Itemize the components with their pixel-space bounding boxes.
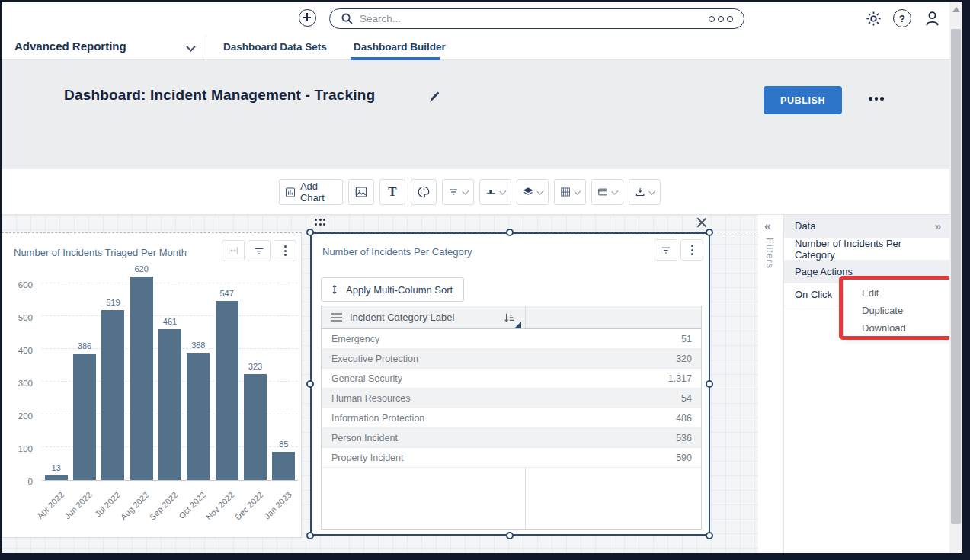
bar-value-label: 547 <box>213 289 241 298</box>
table-widget[interactable]: Number of Incidents Per Category Apply M… <box>310 232 710 536</box>
bar[interactable] <box>130 277 153 480</box>
table-row[interactable]: Person Incident536 <box>322 428 701 448</box>
download-menu-button[interactable] <box>629 179 661 205</box>
bar-value-label: 386 <box>70 341 98 350</box>
resize-width-button[interactable] <box>222 240 245 261</box>
text-icon: T <box>388 184 396 200</box>
layout-menu-button[interactable] <box>591 179 623 205</box>
help-icon[interactable]: ? <box>893 9 911 27</box>
chevron-down-icon <box>463 187 469 194</box>
table-filter-button[interactable] <box>655 239 677 261</box>
bar-chart-icon <box>285 186 296 199</box>
expand-panel-icon[interactable]: » <box>935 219 941 232</box>
resize-corner-triangle[interactable] <box>514 322 521 328</box>
collapse-panel-icon[interactable]: « <box>764 219 771 233</box>
filter-icon <box>660 244 672 256</box>
vertical-scrollbar[interactable] <box>949 2 962 553</box>
layers-icon <box>523 185 533 199</box>
bar[interactable] <box>187 353 210 480</box>
edit-title-pencil-icon[interactable] <box>428 91 441 104</box>
y-tick-label: 300 <box>18 379 33 388</box>
bar[interactable] <box>158 329 181 480</box>
scrollbar-thumb[interactable] <box>951 29 961 524</box>
table-row[interactable]: Information Protection486 <box>322 408 701 428</box>
category-cell: Human Resources <box>322 393 525 404</box>
kebab-icon <box>284 245 287 256</box>
selection-handle-top-right[interactable] <box>706 229 713 236</box>
widget-close-icon[interactable] <box>696 216 708 229</box>
active-tab-underline <box>351 57 440 60</box>
table-widget-title: Number of Incidents Per Category <box>322 246 472 258</box>
search-input[interactable]: Search... <box>329 8 744 29</box>
table-kebab-button[interactable] <box>680 239 703 261</box>
filters-tab[interactable]: Filters <box>764 238 775 269</box>
add-chart-button[interactable]: Add Chart <box>279 179 343 205</box>
column-menu-icon[interactable] <box>331 313 342 322</box>
scroll-up-arrow-icon[interactable] <box>952 7 960 12</box>
filter-menu-button[interactable] <box>442 179 474 205</box>
tab-dashboard-builder[interactable]: Dashboard Builder <box>354 41 446 53</box>
table-row[interactable]: Human Resources54 <box>322 389 701 408</box>
search-overflow-icon[interactable] <box>709 16 733 22</box>
category-cell: Person Incident <box>322 433 525 443</box>
chart-filter-button[interactable] <box>248 240 271 261</box>
selection-handle-bottom-mid[interactable] <box>506 532 514 539</box>
selection-handle-top-left[interactable] <box>306 229 314 236</box>
bar[interactable] <box>101 310 124 480</box>
settings-gear-icon[interactable] <box>864 9 882 27</box>
widget-drag-handle-icon[interactable] <box>315 219 325 226</box>
chevron-down-icon <box>575 187 581 194</box>
filter-icon <box>448 185 459 199</box>
insert-image-button[interactable] <box>348 179 374 205</box>
selection-handle-bottom-left[interactable] <box>306 532 314 539</box>
bar-value-label: 85 <box>270 440 298 449</box>
panel-row-data[interactable]: Data» <box>784 215 950 238</box>
table-row[interactable]: Property Incident590 <box>322 448 701 468</box>
table-row[interactable]: Emergency51 <box>322 329 701 349</box>
y-tick-label: 0 <box>28 477 33 486</box>
theme-palette-button[interactable] <box>411 179 437 205</box>
resize-horizontal-icon <box>227 245 239 257</box>
chart-widget[interactable]: Number of Incidents Triaged Per Month 01… <box>2 232 302 538</box>
app-selector[interactable]: Advanced Reporting <box>14 40 126 53</box>
chevron-down-icon[interactable] <box>186 42 196 52</box>
chart-kebab-button[interactable] <box>274 240 296 261</box>
user-icon[interactable] <box>923 9 941 27</box>
slider-menu-button[interactable] <box>479 179 511 205</box>
layers-menu-button[interactable] <box>517 179 549 205</box>
selection-handle-right-mid[interactable] <box>706 380 713 388</box>
sort-ascending-icon[interactable] <box>503 312 515 324</box>
selection-handle-bottom-right[interactable] <box>706 532 713 539</box>
table-header-row[interactable]: Incident Category Label <box>322 306 701 329</box>
nav-row: Advanced Reporting Dashboard Data Sets D… <box>2 34 950 60</box>
publish-button[interactable]: PUBLISH <box>764 86 842 114</box>
bar[interactable] <box>73 354 96 480</box>
value-cell: 51 <box>525 334 701 344</box>
table-row[interactable]: Executive Protection320 <box>322 349 701 369</box>
selection-handle-left-mid[interactable] <box>306 380 314 388</box>
table-row[interactable]: General Security1,317 <box>322 369 701 389</box>
bar[interactable] <box>216 301 238 480</box>
x-tick-label: Apr 2022 <box>35 490 66 520</box>
chart-y-axis: 0100200300400500600 <box>2 279 37 486</box>
bar[interactable] <box>244 374 267 480</box>
filters-strip: « Filters <box>758 215 783 553</box>
filter-icon <box>253 245 265 257</box>
panel-row-number-of-incidents-per-category[interactable]: Number of Incidents Per Category <box>784 238 950 261</box>
image-icon <box>354 185 368 199</box>
add-circle-icon[interactable] <box>299 9 316 27</box>
grid-menu-button[interactable] <box>554 179 586 205</box>
selection-handle-top-mid[interactable] <box>506 229 514 236</box>
bar[interactable] <box>272 452 295 480</box>
chevron-down-icon <box>500 187 507 194</box>
grid-icon <box>560 185 571 199</box>
insert-text-button[interactable]: T <box>379 179 405 205</box>
table-body: Emergency51Executive Protection320Genera… <box>322 329 701 468</box>
chart-plot: 1338651962046138854732385 <box>42 274 298 481</box>
chart-x-axis: Apr 2022Jun 2022Jul 2022Aug 2022Sep 2022… <box>42 485 298 539</box>
bar[interactable] <box>45 475 68 480</box>
more-actions-button[interactable] <box>869 97 884 101</box>
value-cell: 536 <box>525 433 701 443</box>
apply-multi-column-sort-button[interactable]: Apply Multi-Column Sort <box>321 277 464 302</box>
tab-dashboard-data-sets[interactable]: Dashboard Data Sets <box>223 41 327 53</box>
